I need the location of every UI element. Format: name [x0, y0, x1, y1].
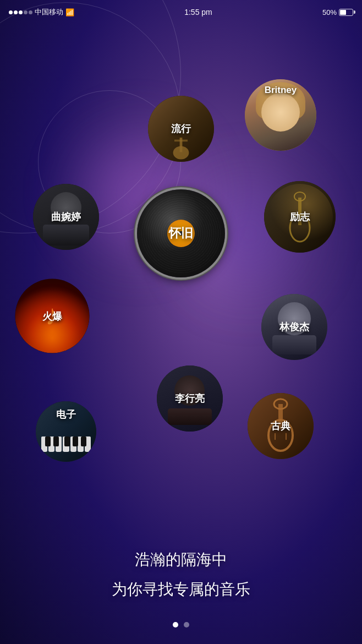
battery-icon	[339, 9, 353, 16]
svg-rect-2	[174, 140, 188, 142]
page-dot-1[interactable]	[173, 622, 178, 627]
artist-quwan[interactable]: 曲婉婷	[33, 184, 99, 250]
artist-lixingliang[interactable]: 李行亮	[157, 365, 223, 432]
center-play-button[interactable]: 怀旧	[137, 189, 225, 277]
bottom-taglines: 浩瀚的隔海中 为你寻找专属的音乐	[0, 549, 362, 600]
britney-face	[261, 93, 300, 132]
signal-dot-4	[24, 10, 28, 14]
main-content: 怀旧 流行 Britney	[0, 24, 362, 644]
dianz-label: 电子	[56, 408, 76, 421]
genre-lizhi[interactable]: 励志	[264, 181, 336, 253]
linjunjie-suit	[272, 335, 316, 354]
lixingliang-body	[168, 408, 212, 425]
carrier-name: 中国移动	[35, 7, 63, 17]
status-left: 中国移动 📶	[9, 7, 74, 17]
linjunjie-label: 林俊杰	[279, 320, 309, 334]
tagline-1: 浩瀚的隔海中	[0, 549, 362, 570]
battery-fill	[340, 10, 346, 15]
status-right: 50%	[322, 8, 353, 17]
quwan-body	[43, 225, 89, 245]
quwan-label: 曲婉婷	[51, 210, 81, 223]
liuxing-label: 流行	[171, 122, 191, 135]
wifi-icon: 📶	[65, 8, 74, 17]
page-indicator	[0, 622, 362, 627]
music-wheel: 怀旧 流行 Britney	[0, 35, 362, 432]
lixingliang-label: 李行亮	[175, 392, 205, 405]
signal-dot-5	[29, 10, 32, 14]
genre-dianz[interactable]: 电子	[36, 401, 96, 462]
signal-indicator	[9, 10, 32, 14]
status-bar: 中国移动 📶 1:55 pm 50%	[0, 0, 362, 24]
britney-label: Britney	[265, 85, 297, 96]
piano-black-keys	[42, 436, 90, 446]
lizhi-label: 励志	[290, 210, 310, 223]
status-time: 1:55 pm	[184, 8, 212, 17]
tagline-2: 为你寻找专属的音乐	[0, 579, 362, 600]
artist-britney[interactable]: Britney	[245, 79, 316, 151]
genre-liuxing[interactable]: 流行	[148, 96, 214, 162]
battery-percent: 50%	[322, 8, 337, 17]
artist-linjunjie[interactable]: 林俊杰	[261, 294, 327, 360]
signal-dot-1	[9, 10, 13, 14]
signal-dot-2	[14, 10, 18, 14]
genre-huobao[interactable]: ♪ 火爆	[15, 279, 90, 353]
page-dot-2[interactable]	[184, 622, 189, 627]
signal-dot-3	[19, 10, 23, 14]
genre-gudian[interactable]: 古典	[248, 393, 314, 459]
huobao-label: 火爆	[42, 309, 62, 323]
gudian-label: 古典	[271, 419, 290, 433]
guitar-icon	[164, 134, 198, 156]
center-button-label: 怀旧	[169, 225, 193, 242]
